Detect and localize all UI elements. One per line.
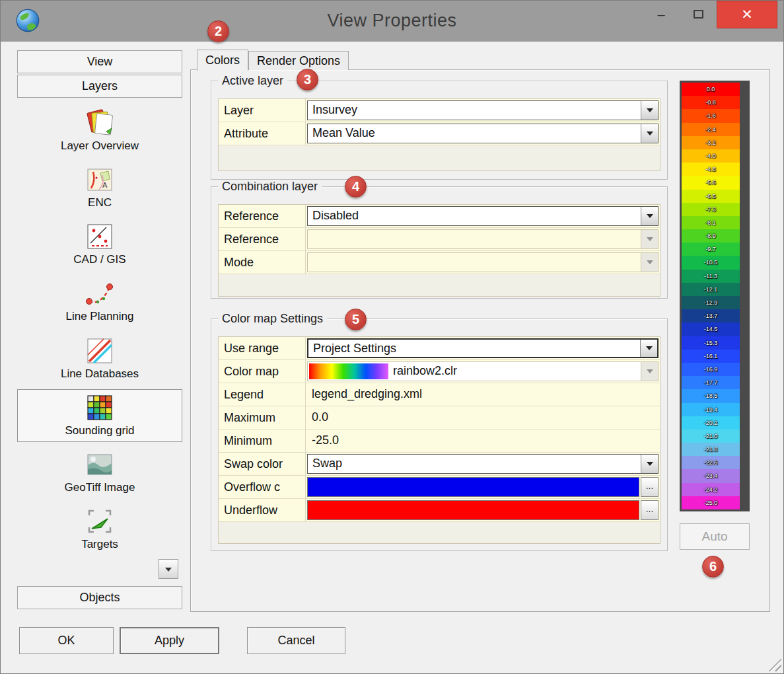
tab-colors[interactable]: Colors [197,50,248,71]
legend-value: 0.0 [682,83,740,96]
sidebar-item-cad-gis[interactable]: CAD / GIS [17,218,182,271]
property-label: Reference [219,228,306,250]
close-icon: ✕ [741,7,753,22]
chevron-down-icon[interactable] [641,101,658,120]
sidebar-item-label: Line Planning [18,310,182,323]
auto-button[interactable]: Auto [680,523,750,550]
dropdown-attribute[interactable]: Mean Value [307,124,659,143]
legend-band: -8.1 [682,216,740,229]
dropdown-layer[interactable]: Insurvey [307,100,659,120]
dropdown-value: Mean Value [308,124,641,143]
sidebar-item-label: Line Databases [18,367,182,381]
chevron-down-icon[interactable] [641,124,658,143]
legend-value: -21.8 [682,443,740,456]
property-text-value[interactable]: -25.0 [307,431,339,451]
legend-band: -4.8 [682,163,740,176]
legend-value: -8.1 [682,216,740,229]
chevron-down-icon[interactable] [641,207,658,225]
tab-render-options[interactable]: Render Options [248,51,349,70]
overflow-c-browse-button[interactable]: ... [641,477,659,497]
property-value-layer: Insurvey [306,99,660,122]
property-row-use-range: Use rangeProject Settings [219,337,660,360]
legend-band: -6.5 [682,190,740,203]
property-row-reference: ReferenceDisabled [219,205,660,228]
sidebar-item-line-databases[interactable]: Line Databases [17,332,182,385]
legend-value: -21.0 [682,430,740,443]
sidebar-section-layers[interactable]: Layers [17,75,182,98]
property-label: Underflow [219,499,306,521]
legend-value: -11.3 [682,270,740,283]
dropdown-reference[interactable]: Disabled [307,206,659,226]
legend-band: -9.7 [682,243,740,256]
property-label: Color map [219,360,306,383]
legend-band: -1.6 [682,109,740,122]
property-value-minimum: -25.0 [306,430,660,452]
legend-value: -24.2 [682,483,740,496]
view-properties-window: View Properties – ✕ View Layers Layer Ov… [0,0,784,674]
legend-band: -22.6 [682,456,740,469]
legend-band: -16.9 [682,363,740,376]
sidebar-item-sounding-grid[interactable]: Sounding grid [17,389,182,442]
property-row-underflow: Underflow... [219,499,660,522]
legend-value: -10.5 [682,256,740,269]
cancel-button[interactable]: Cancel [247,627,345,654]
sidebar-item-line-planning[interactable]: Line Planning [17,275,182,328]
property-text-value[interactable]: legend_dredging.xml [307,385,422,404]
legend-value: -19.4 [682,403,740,416]
chevron-down-icon [641,230,658,248]
sidebar-item-targets[interactable]: Targets [17,503,182,556]
sidebar-item-enc[interactable]: AENC [17,161,182,214]
close-button[interactable]: ✕ [717,1,777,28]
legend-value: -4.0 [682,149,740,163]
property-value-reference [306,228,660,250]
maximize-button[interactable] [685,5,711,24]
property-row-overflow-c: Overflow c... [219,476,660,499]
legend-value: -13.7 [682,309,740,322]
overflow-c-color-swatch[interactable] [307,477,639,497]
sidebar-scroll-down-button[interactable] [159,559,178,579]
dropdown-mode [307,252,659,272]
underflow-color-swatch[interactable] [307,500,639,520]
property-label: Layer [219,99,306,122]
legend-value: -0.8 [682,96,740,109]
callout-3: 3 [297,69,318,91]
resize-grip[interactable] [767,657,781,671]
dropdown-use-range[interactable]: Project Settings [307,338,659,358]
legend-band: -4.0 [682,149,740,163]
dropdown-value [308,253,641,272]
ok-button[interactable]: OK [19,627,114,654]
svg-text:A: A [102,181,108,189]
targets-icon [85,506,115,537]
property-label: Overflow c [219,476,306,498]
property-row-attribute: AttributeMean Value [219,122,660,145]
legend-value: -16.1 [682,350,740,363]
legend-value: -8.9 [682,229,740,243]
callout-5: 5 [345,309,367,330]
chevron-down-icon[interactable] [640,340,657,357]
property-row-reference: Reference [219,228,660,251]
legend-value: -3.2 [682,136,740,149]
callout-6: 6 [702,556,724,578]
group-title: Active layer [218,74,287,88]
sidebar-item-label: Layer Overview [18,139,182,153]
group-color-map-settings: Color map Settings Use rangeProject Sett… [211,318,668,551]
property-label: Minimum [219,430,306,452]
minimize-button[interactable]: – [648,5,674,24]
property-value-use-range: Project Settings [306,337,660,359]
property-text-value[interactable]: 0.0 [307,408,328,428]
underflow-browse-button[interactable]: ... [641,500,659,520]
legend-value: -25.0 [682,496,740,509]
legend-value: -14.5 [682,322,740,336]
chevron-down-icon[interactable] [641,455,658,473]
property-value-attribute: Mean Value [306,122,660,145]
property-row-minimum: Minimum-25.0 [219,430,660,453]
sidebar-section-view[interactable]: View [17,50,182,73]
dropdown-value [308,230,641,248]
apply-button[interactable]: Apply [120,627,219,654]
sidebar-item-geotiff-image[interactable]: GeoTiff Image [17,446,182,499]
dropdown-swap-color[interactable]: Swap [307,454,659,474]
main-panel: Active layer LayerInsurveyAttributeMean … [190,69,770,612]
sidebar-item-layer-overview[interactable]: Layer Overview [17,104,182,157]
dropdown-reference [307,229,659,249]
sidebar-section-objects[interactable]: Objects [17,586,182,609]
